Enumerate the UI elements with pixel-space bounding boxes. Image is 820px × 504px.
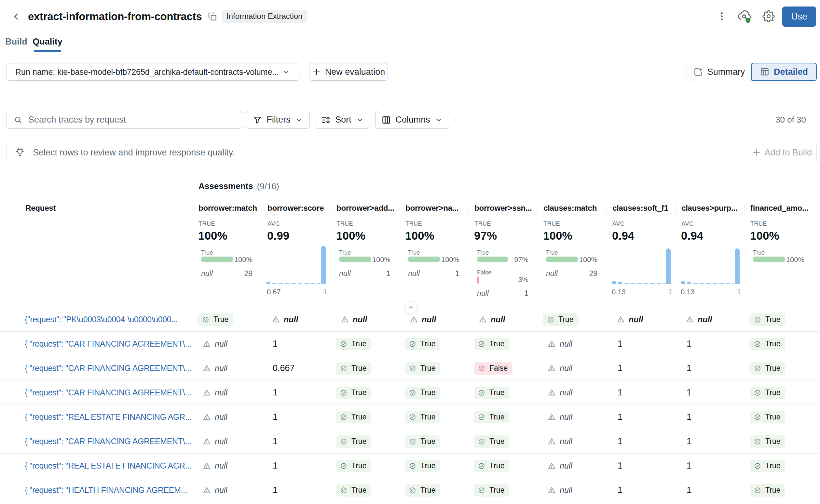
request-link[interactable]: { "request": "CAR FINANCING AGREEMENT\..… [25, 332, 191, 356]
histogram-baseline-dashes [625, 283, 665, 284]
request-link[interactable]: { "request": "HEALTH FINANCING AGREEM... [25, 478, 187, 502]
request-link[interactable]: { "request": "REAL ESTATE FINANCING AGR.… [25, 405, 191, 429]
assessment-cell: True [336, 429, 371, 454]
request-link[interactable]: { "request": "REAL ESTATE FINANCING AGR.… [25, 454, 191, 478]
true-badge: True [750, 411, 785, 423]
true-badge: True [405, 460, 440, 472]
score-value: 1 [273, 339, 277, 349]
tab-quality[interactable]: Quality [34, 33, 61, 51]
assessment-column-header[interactable]: borrower>add... [336, 204, 394, 213]
assessment-summary: AVG0.940.131 [676, 215, 745, 307]
score-value: 1 [273, 485, 277, 495]
sort-button[interactable]: Sort [315, 111, 370, 129]
assessment-column-header[interactable]: borrower>na... [405, 204, 459, 213]
assessment-column-header[interactable]: borrower:match [198, 204, 257, 213]
true-badge: True [336, 411, 371, 423]
add-to-build-button[interactable]: Add to Build [752, 142, 812, 163]
run-name-select[interactable]: Run name: kie-base-model-bfb7265d_archik… [7, 63, 299, 81]
assessment-cell: True [405, 429, 440, 454]
assessment-cell: null [203, 356, 227, 380]
new-evaluation-button[interactable]: New evaluation [309, 63, 388, 81]
gear-icon [762, 10, 775, 22]
score-value: 1 [273, 436, 277, 446]
badge-label: True [351, 437, 366, 446]
assessment-cell: True [198, 307, 233, 332]
score-value: 1 [618, 412, 623, 422]
null-value: null [686, 315, 712, 324]
distribution-null-row: null1 [477, 289, 529, 298]
assessment-cell: 1 [687, 405, 692, 429]
column-separator [745, 204, 745, 214]
true-badge: True [405, 435, 440, 448]
null-value: null [410, 315, 436, 324]
circle-check-icon [340, 462, 347, 470]
histogram-bar [612, 281, 616, 284]
warning-triangle-icon [341, 315, 349, 324]
null-label: null [560, 412, 572, 422]
request-column-header[interactable]: Request [25, 204, 56, 213]
warning-triangle-icon [548, 486, 556, 494]
badge-label: True [351, 388, 366, 397]
tab-build[interactable]: Build [7, 33, 26, 51]
distribution-bar-row: 3% [477, 276, 529, 282]
null-value: null [548, 412, 572, 422]
use-button[interactable]: Use [782, 7, 816, 27]
serving-status-button[interactable] [737, 9, 752, 23]
true-badge: True [336, 387, 371, 399]
assessment-column-header[interactable]: clauses:match [544, 204, 597, 213]
assessment-column-header[interactable]: clauses>purp... [681, 204, 737, 213]
null-value: null [548, 339, 572, 349]
columns-button[interactable]: Columns [375, 111, 449, 129]
assessment-cell: True [750, 454, 785, 478]
assessment-cell: 1 [273, 380, 277, 405]
copy-icon[interactable] [208, 12, 217, 21]
detailed-view-button[interactable]: Detailed [751, 63, 817, 81]
request-link[interactable]: { "request": "CAR FINANCING AGREEMENT\..… [25, 380, 191, 405]
kebab-menu-button[interactable] [715, 9, 729, 23]
assessment-cell: 1 [687, 454, 692, 478]
assessment-summary: TRUE100%True100%null1 [399, 215, 469, 307]
assessment-cell: True [405, 356, 440, 380]
assessment-cell: null [203, 332, 227, 356]
null-label: null [560, 461, 572, 471]
warning-triangle-icon [272, 315, 280, 324]
null-value: null [203, 364, 227, 373]
distribution-bar-row: 100% [408, 257, 460, 262]
assessment-cell: null [617, 307, 643, 332]
summary-view-button[interactable]: Summary [687, 63, 752, 81]
assessment-summary: AVG0.990.671 [262, 215, 330, 307]
summary-metric-label: TRUE [405, 220, 422, 227]
circle-check-icon [340, 365, 347, 372]
true-badge: True [750, 435, 785, 448]
collapse-summaries-button[interactable] [405, 301, 417, 313]
back-button[interactable] [11, 11, 21, 22]
assessment-column-header[interactable]: clauses:soft_f1 [612, 204, 668, 213]
settings-button[interactable] [761, 9, 776, 23]
column-separator [607, 204, 607, 214]
search-input[interactable]: Search traces by request [7, 111, 242, 129]
score-value: 1 [618, 485, 623, 495]
null-value: null [548, 364, 572, 373]
assessment-column-header[interactable]: borrower:score [267, 204, 324, 213]
filters-button[interactable]: Filters [246, 111, 310, 129]
circle-check-icon [340, 340, 347, 348]
badge-label: True [765, 364, 780, 373]
badge-label: True [351, 339, 366, 348]
circle-check-icon [409, 438, 416, 445]
section-divider [0, 90, 820, 90]
request-link[interactable]: {"request": "PK\u0003\u0004-\u0000\u000.… [25, 307, 178, 332]
chevron-down-icon [356, 116, 364, 124]
assessment-column-header[interactable]: borrower>ssn... [475, 204, 532, 213]
summary-headline-value: 0.94 [681, 229, 703, 242]
request-link[interactable]: { "request": "CAR FINANCING AGREEMENT\..… [25, 429, 191, 454]
trace-count: 30 of 30 [775, 111, 806, 129]
assessment-column-header[interactable]: financed_amo... [750, 204, 808, 213]
request-link[interactable]: { "request": "CAR FINANCING AGREEMENT\..… [25, 356, 191, 380]
histogram-axis-max: 1 [323, 288, 327, 296]
warning-triangle-icon [203, 462, 211, 470]
badge-label: True [490, 486, 504, 495]
assessment-cell: True [336, 380, 371, 405]
badge-label: True [765, 339, 780, 348]
assessment-cell: True [336, 332, 371, 356]
warning-triangle-icon [548, 437, 556, 445]
